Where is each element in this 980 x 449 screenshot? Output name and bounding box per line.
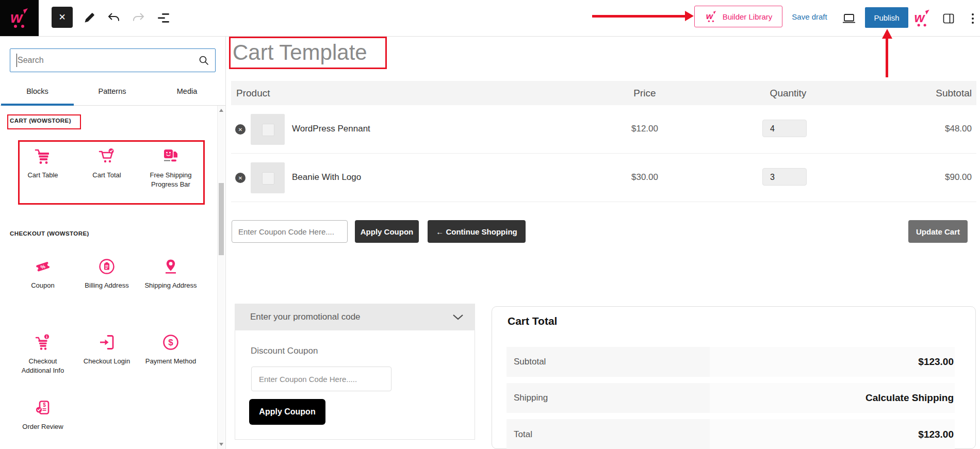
- calculate-shipping-link[interactable]: Calculate Shipping: [710, 383, 955, 413]
- block-item-cart-table[interactable]: Cart Table: [11, 146, 75, 180]
- checkout-additional-info-icon: i: [33, 332, 53, 352]
- billing-address-icon: [97, 257, 117, 276]
- editor-screen: w ✕: [0, 0, 980, 449]
- close-inserter-button[interactable]: ✕: [52, 7, 73, 28]
- quantity-input[interactable]: 4: [762, 120, 807, 137]
- wowstore-logo-block[interactable]: w: [0, 0, 39, 36]
- order-review-icon: $: [33, 398, 53, 418]
- chevron-down-icon[interactable]: [452, 314, 464, 320]
- shipping-address-icon: [161, 257, 181, 276]
- remove-item-button[interactable]: ✕: [235, 173, 246, 183]
- update-cart-button[interactable]: Update Cart: [908, 220, 968, 243]
- cart-table-body: ✕ WordPress Pennant $12.00 4 $48.00 ✕ Be…: [231, 105, 976, 202]
- tab-patterns[interactable]: Patterns: [75, 77, 150, 105]
- scroll-up-icon[interactable]: [219, 109, 223, 112]
- wowstore-settings-button[interactable]: w: [912, 8, 933, 28]
- scroll-down-icon[interactable]: [219, 443, 223, 446]
- builder-library-button[interactable]: w Builder Library: [694, 6, 782, 27]
- cart-table-icon: [33, 146, 53, 166]
- block-search: [10, 48, 216, 72]
- product-subtotal: $48.00: [869, 124, 972, 134]
- coupon-code-input[interactable]: [232, 220, 348, 243]
- svg-text:w: w: [706, 11, 713, 21]
- svg-text:$: $: [168, 338, 173, 347]
- product-name: WordPress Pennant: [292, 124, 370, 134]
- close-icon: ✕: [58, 12, 66, 23]
- preview-button[interactable]: [841, 12, 857, 25]
- column-header-product: Product: [236, 81, 270, 105]
- svg-text:w: w: [914, 10, 926, 25]
- promo-code-accordion-header[interactable]: Enter your promotional code: [235, 304, 475, 330]
- block-item-order-review[interactable]: $ Order Review: [11, 398, 75, 431]
- search-input[interactable]: [10, 48, 216, 72]
- tab-media[interactable]: Media: [150, 77, 224, 105]
- product-price: $12.00: [593, 124, 696, 134]
- publish-button[interactable]: Publish: [865, 7, 908, 28]
- scrollbar-thumb[interactable]: [219, 183, 224, 255]
- row-label: Shipping: [507, 383, 710, 413]
- product-price: $30.00: [593, 172, 696, 182]
- cart-table-header: Product Price Quantity Subtotal: [231, 81, 976, 105]
- image-placeholder-icon: [262, 172, 274, 185]
- product-thumbnail: [251, 162, 285, 193]
- desktop-preview-icon: [842, 13, 856, 24]
- list-view-icon: [156, 12, 171, 24]
- coupon-icon: %: [33, 257, 53, 276]
- editor-canvas: Cart Template Product Price Quantity Sub…: [225, 36, 980, 449]
- row-value: $123.00: [710, 419, 955, 449]
- apply-coupon-button[interactable]: Apply Coupon: [249, 399, 325, 425]
- block-item-checkout-login[interactable]: Checkout Login: [75, 332, 139, 366]
- svg-text:$: $: [43, 402, 46, 408]
- quantity-input[interactable]: 3: [762, 168, 807, 186]
- cart-row[interactable]: ✕ Beanie With Logo $30.00 3 $90.00: [231, 154, 976, 202]
- cart-total-icon: [97, 146, 117, 166]
- redo-button[interactable]: [130, 11, 146, 24]
- continue-shopping-button[interactable]: ← Continue Shopping: [428, 220, 526, 243]
- save-draft-button[interactable]: Save draft: [785, 9, 834, 24]
- apply-coupon-button[interactable]: Apply Coupon: [355, 220, 419, 243]
- image-placeholder-icon: [262, 124, 274, 136]
- redo-icon: [132, 11, 145, 24]
- close-icon: ✕: [238, 127, 242, 132]
- row-label: Subtotal: [507, 347, 710, 377]
- block-item-payment-method[interactable]: $ Payment Method: [139, 332, 203, 366]
- column-header-subtotal: Subtotal: [936, 81, 972, 105]
- close-icon: ✕: [238, 175, 242, 181]
- options-menu-button[interactable]: [969, 10, 977, 27]
- remove-item-button[interactable]: ✕: [235, 124, 246, 135]
- builder-library-label: Builder Library: [723, 12, 773, 21]
- text-cursor: [17, 54, 17, 67]
- editor-topbar: w ✕: [0, 0, 980, 37]
- product-thumbnail: [251, 114, 285, 145]
- cart-total-row-subtotal: Subtotal $123.00: [507, 347, 955, 377]
- cart-total-card: Cart Total Subtotal $123.00 Shipping Cal…: [492, 306, 976, 449]
- sidebar-scrollbar[interactable]: [217, 106, 225, 449]
- column-header-quantity: Quantity: [737, 81, 840, 105]
- undo-button[interactable]: [106, 11, 122, 24]
- promo-code-panel: Discount Coupon Apply Coupon: [235, 330, 475, 440]
- free-shipping-progress-bar-icon: [161, 146, 181, 166]
- cart-total-row-shipping: Shipping Calculate Shipping: [507, 383, 955, 413]
- sidebar-panel-icon: [942, 12, 955, 25]
- block-item-cart-total[interactable]: Cart Total: [75, 146, 139, 180]
- block-item-free-shipping-progress-bar[interactable]: Free Shipping Progress Bar: [139, 146, 203, 189]
- discount-coupon-input[interactable]: [251, 367, 391, 391]
- row-label: Total: [507, 419, 710, 449]
- block-item-coupon[interactable]: % Coupon: [11, 257, 75, 290]
- settings-panel-toggle[interactable]: [942, 12, 955, 25]
- payment-method-icon: $: [161, 332, 181, 352]
- cart-row[interactable]: ✕ WordPress Pennant $12.00 4 $48.00: [231, 105, 976, 154]
- svg-text:w: w: [10, 9, 23, 26]
- tab-blocks[interactable]: Blocks: [0, 77, 75, 105]
- block-item-checkout-additional-info[interactable]: i Checkout Additional Info: [11, 332, 75, 375]
- inserter-tabs: Blocks Patterns Media: [0, 77, 225, 106]
- list-view-button[interactable]: [156, 11, 171, 25]
- wowstore-logo-icon: w: [912, 9, 932, 27]
- edit-tool-button[interactable]: [83, 10, 97, 25]
- product-name: Beanie With Logo: [292, 172, 361, 182]
- block-item-billing-address[interactable]: Billing Address: [75, 257, 139, 290]
- block-inserter-sidebar: Blocks Patterns Media CART (WOWSTORE) Ca…: [0, 36, 226, 449]
- page-title[interactable]: Cart Template: [233, 40, 367, 65]
- block-item-shipping-address[interactable]: Shipping Address: [139, 257, 203, 290]
- row-value: $123.00: [710, 347, 955, 377]
